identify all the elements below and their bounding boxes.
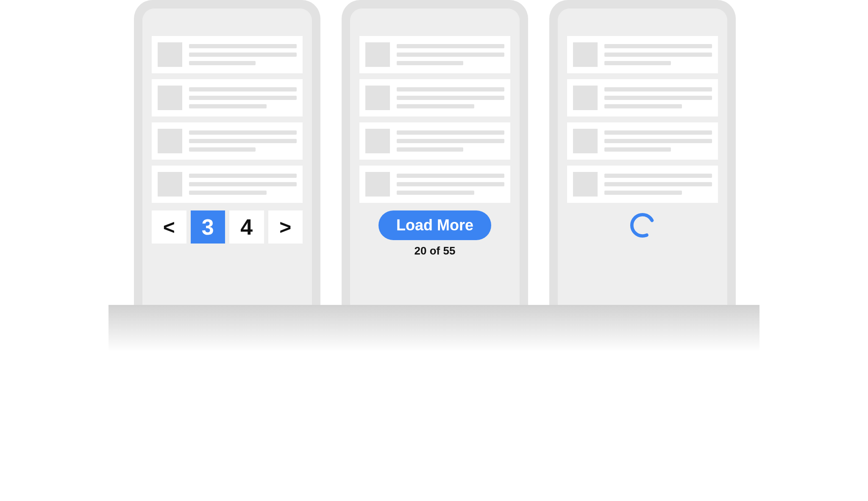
- text-placeholder: [604, 61, 671, 65]
- text-placeholder: [397, 61, 463, 65]
- text-placeholder: [604, 87, 712, 91]
- text-placeholder: [604, 53, 712, 57]
- device-screen: < 3 4 >: [142, 8, 312, 305]
- text-placeholder: [397, 130, 504, 135]
- text-placeholder: [397, 191, 474, 195]
- thumbnail-placeholder: [365, 42, 390, 67]
- thumbnail-placeholder: [158, 172, 182, 197]
- text-placeholder: [604, 139, 712, 143]
- text-placeholder: [189, 104, 267, 108]
- thumbnail-placeholder: [365, 86, 390, 110]
- text-placeholder: [189, 182, 297, 186]
- text-placeholder: [397, 182, 504, 186]
- result-list: [359, 36, 510, 203]
- text-placeholder: [189, 61, 256, 65]
- list-item: [567, 36, 718, 73]
- device-infinite: [549, 0, 736, 305]
- list-item: [359, 122, 510, 160]
- text-placeholder: [397, 96, 504, 100]
- text-placeholder: [189, 87, 297, 91]
- text-placeholder: [189, 53, 297, 57]
- device-loadmore: Load More 20 of 55: [342, 0, 528, 305]
- infinite-scroll-indicator: [567, 212, 718, 238]
- text-placeholder: [604, 174, 712, 178]
- device-screen: Load More 20 of 55: [350, 8, 520, 305]
- list-item: [359, 166, 510, 203]
- text-placeholder: [604, 44, 712, 48]
- text-placeholder: [397, 53, 504, 57]
- text-placeholder: [604, 104, 682, 108]
- text-placeholder: [189, 191, 267, 195]
- list-item: [152, 36, 303, 73]
- list-item: [152, 79, 303, 116]
- text-placeholder: [189, 139, 297, 143]
- pagination-page-4[interactable]: 4: [229, 210, 264, 244]
- pagination-next-button[interactable]: >: [268, 210, 303, 244]
- text-placeholder: [604, 96, 712, 100]
- text-placeholder: [604, 191, 682, 195]
- list-item: [152, 166, 303, 203]
- thumbnail-placeholder: [158, 129, 182, 153]
- list-item: [567, 122, 718, 160]
- list-item: [567, 166, 718, 203]
- thumbnail-placeholder: [573, 86, 598, 110]
- text-placeholder: [397, 44, 504, 48]
- list-item: [567, 79, 718, 116]
- device-screen: [558, 8, 727, 305]
- pagination-bar: < 3 4 >: [152, 210, 303, 244]
- thumbnail-placeholder: [158, 86, 182, 110]
- thumbnail-placeholder: [573, 129, 598, 153]
- svg-point-0: [632, 215, 653, 236]
- loadmore-count-text: 20 of 55: [415, 244, 456, 257]
- text-placeholder: [397, 104, 474, 108]
- text-placeholder: [189, 130, 297, 135]
- device-pagination: < 3 4 >: [134, 0, 320, 305]
- pagination-page-3[interactable]: 3: [191, 210, 225, 244]
- text-placeholder: [397, 147, 463, 152]
- diagram-stage: < 3 4 >: [108, 0, 760, 376]
- text-placeholder: [189, 44, 297, 48]
- pagination-prev-button[interactable]: <: [152, 210, 186, 244]
- thumbnail-placeholder: [573, 172, 598, 197]
- result-list: [567, 36, 718, 203]
- thumbnail-placeholder: [365, 172, 390, 197]
- thumbnail-placeholder: [365, 129, 390, 153]
- thumbnail-placeholder: [573, 42, 598, 67]
- result-list: [152, 36, 303, 203]
- text-placeholder: [189, 147, 256, 152]
- text-placeholder: [189, 174, 297, 178]
- load-more-button[interactable]: Load More: [378, 210, 491, 240]
- thumbnail-placeholder: [158, 42, 182, 67]
- list-item: [359, 36, 510, 73]
- loading-spinner-icon: [629, 212, 656, 238]
- list-item: [359, 79, 510, 116]
- text-placeholder: [397, 174, 504, 178]
- text-placeholder: [397, 139, 504, 143]
- text-placeholder: [604, 147, 671, 152]
- text-placeholder: [604, 130, 712, 135]
- text-placeholder: [397, 87, 504, 91]
- loadmore-section: Load More 20 of 55: [359, 210, 510, 257]
- list-item: [152, 122, 303, 160]
- text-placeholder: [189, 96, 297, 100]
- text-placeholder: [604, 182, 712, 186]
- floor-shadow: [108, 305, 760, 352]
